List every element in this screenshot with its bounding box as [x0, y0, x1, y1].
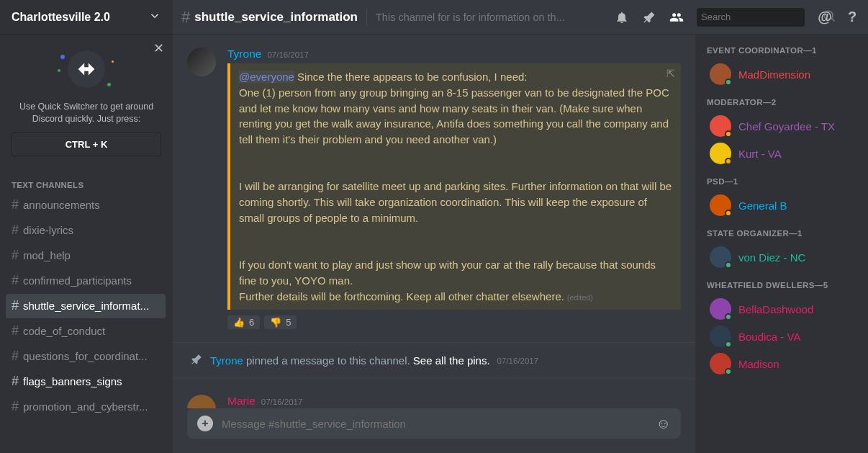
- status-idle-icon: [725, 158, 732, 165]
- reactions: 👍6👎5: [227, 315, 681, 329]
- channel-mod_help[interactable]: #mod_help: [6, 243, 166, 268]
- quick-switcher-panel: ✕ Use Quick Switcher to get around Disco…: [0, 35, 173, 168]
- hash-icon: #: [12, 223, 19, 238]
- status-online-icon: [725, 341, 732, 348]
- channel-label: questions_for_coordinat...: [23, 350, 148, 362]
- hash-icon: #: [12, 323, 19, 338]
- members-icon[interactable]: [669, 10, 684, 24]
- channel-flags_banners_signs[interactable]: #flags_banners_signs: [6, 369, 166, 394]
- channel-announcements[interactable]: #announcements: [6, 193, 166, 217]
- main-area: # shuttle_service_information This chann…: [173, 0, 868, 453]
- channel-shuttle_service_informat-[interactable]: #shuttle_service_informat...: [6, 294, 166, 318]
- message: Marie07/16/2017My only concern with usin…: [173, 393, 695, 408]
- channel-promotion_and_cyberstr-[interactable]: #promotion_and_cyberstr...: [6, 395, 166, 419]
- status-idle-icon: [725, 210, 732, 217]
- pin-icon[interactable]: [642, 10, 656, 24]
- member-name: von Diez - NC: [738, 251, 805, 264]
- pin-icon: [190, 353, 203, 368]
- member-name: Chef Goyardee - TX: [738, 120, 835, 133]
- add-attachment-icon[interactable]: +: [197, 416, 213, 431]
- member-item[interactable]: MadDimension: [707, 60, 862, 88]
- channel-label: code_of_conduct: [23, 325, 105, 337]
- highlighted-message: ⇱@everyone Since the there appears to be…: [227, 63, 681, 310]
- emoji-icon[interactable]: ☺: [656, 416, 671, 432]
- quick-switcher-button[interactable]: CTRL + K: [12, 133, 161, 156]
- avatar: [710, 194, 731, 216]
- compose-input[interactable]: [222, 418, 648, 430]
- member-item[interactable]: BellaDashwood: [707, 295, 862, 323]
- server-header[interactable]: Charlottesville 2.0: [0, 0, 173, 35]
- status-online-icon: [725, 368, 732, 375]
- channel-questions_for_coordinat-[interactable]: #questions_for_coordinat...: [6, 344, 166, 369]
- channel-label: flags_banners_signs: [23, 375, 122, 387]
- reaction-emoji: 👍: [233, 317, 245, 328]
- member-name: Madison: [738, 358, 779, 370]
- member-group-title: MODERATOR—2: [707, 98, 862, 107]
- member-item[interactable]: Kurt - VA: [707, 140, 862, 167]
- channel-confirmed_participants[interactable]: #confirmed_participants: [6, 269, 166, 293]
- avatar: [710, 63, 731, 85]
- member-item[interactable]: Chef Goyardee - TX: [707, 112, 862, 140]
- topbar: # shuttle_service_information This chann…: [173, 0, 868, 35]
- search-input[interactable]: [701, 12, 822, 22]
- member-name: Kurt - VA: [738, 148, 782, 160]
- reaction[interactable]: 👍6: [227, 315, 260, 329]
- member-item[interactable]: General B: [707, 192, 862, 219]
- member-group-title: WHEATFIELD DWELLERS—5: [707, 281, 862, 290]
- members-panel: EVENT COORDINATOR—1MadDimensionMODERATOR…: [695, 35, 868, 453]
- channel-dixie-lyrics[interactable]: #dixie-lyrics: [6, 218, 166, 243]
- svg-line-1: [832, 18, 835, 21]
- system-author[interactable]: Tyrone: [210, 354, 243, 367]
- channel-list: #announcements#dixie-lyrics#mod_help#con…: [0, 192, 173, 420]
- hash-icon: #: [12, 273, 19, 288]
- mentions-icon[interactable]: @: [818, 10, 832, 24]
- compose-bar[interactable]: + ☺: [187, 408, 681, 439]
- reaction-emoji: 👎: [270, 317, 281, 328]
- member-item[interactable]: von Diez - NC: [707, 243, 862, 271]
- reaction-count: 6: [249, 317, 254, 328]
- topbar-divider: [366, 9, 367, 25]
- avatar: [710, 246, 731, 268]
- member-item[interactable]: Boudica - VA: [707, 323, 862, 350]
- status-online-icon: [725, 79, 732, 86]
- message-author[interactable]: Tyrone: [227, 48, 261, 60]
- status-online-icon: [725, 261, 732, 269]
- mention-everyone[interactable]: @everyone: [239, 71, 294, 83]
- compose-wrap: + ☺: [173, 408, 695, 453]
- message-author[interactable]: Marie: [227, 395, 256, 408]
- avatar[interactable]: [187, 48, 216, 76]
- jump-icon[interactable]: ⇱: [666, 68, 675, 79]
- member-item[interactable]: Madison: [707, 350, 862, 377]
- avatar: [710, 353, 731, 374]
- channel-code_of_conduct[interactable]: #code_of_conduct: [6, 319, 166, 344]
- search-box[interactable]: [697, 8, 805, 27]
- message: Tyrone07/16/2017⇱@everyone Since the the…: [173, 46, 695, 338]
- member-name: Boudica - VA: [738, 331, 800, 343]
- channel-label: shuttle_service_informat...: [23, 300, 149, 312]
- avatar[interactable]: [187, 395, 216, 408]
- avatar: [710, 298, 731, 320]
- member-group-title: PSD—1: [707, 177, 862, 186]
- channel-title: shuttle_service_information: [194, 10, 358, 24]
- channel-label: confirmed_participants: [23, 274, 132, 287]
- edited-label: (edited): [567, 293, 593, 302]
- reaction[interactable]: 👎5: [264, 315, 297, 329]
- quick-switcher-illustration: [7, 40, 166, 98]
- channel-label: announcements: [23, 199, 100, 211]
- hash-icon: #: [12, 349, 19, 364]
- timestamp: 07/16/2017: [261, 398, 303, 406]
- close-icon[interactable]: ✕: [153, 40, 164, 56]
- channel-label: promotion_and_cyberstr...: [23, 400, 148, 413]
- hash-icon: #: [12, 374, 19, 389]
- quick-switcher-text: Use Quick Switcher to get around Discord…: [7, 98, 166, 133]
- help-icon[interactable]: ?: [845, 10, 859, 24]
- member-name: BellaDashwood: [738, 303, 813, 315]
- see-pins-link[interactable]: See all the pins.: [413, 354, 490, 367]
- bell-icon[interactable]: [615, 10, 629, 24]
- member-group-title: STATE ORGANIZER—1: [707, 229, 862, 238]
- hash-icon: #: [181, 8, 190, 27]
- status-online-icon: [725, 313, 732, 320]
- channel-label: mod_help: [23, 249, 71, 261]
- avatar: [710, 326, 731, 347]
- system-pin-message: Tyrone pinned a message to this channel.…: [173, 342, 695, 379]
